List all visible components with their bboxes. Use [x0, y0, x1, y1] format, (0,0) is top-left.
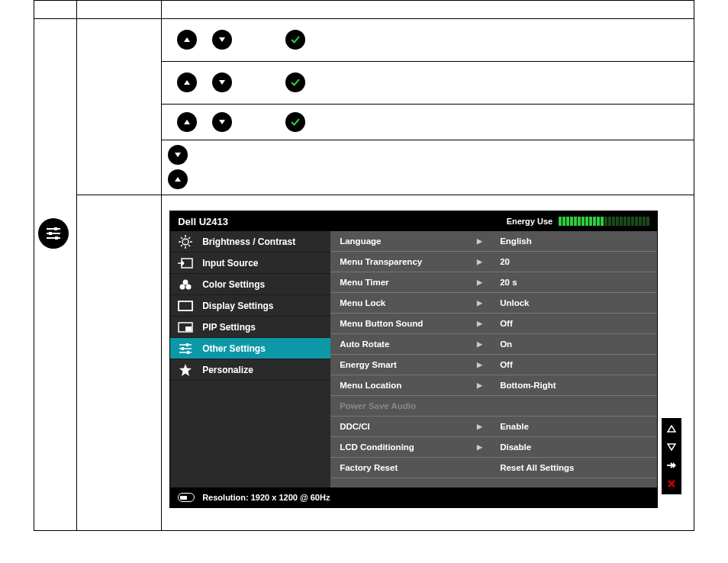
svg-point-11: [180, 284, 185, 289]
setting-row[interactable]: Menu Location▶Bottom-Right: [330, 375, 657, 396]
setting-row[interactable]: Factory ResetReset All Settings: [330, 458, 657, 478]
osd-header: Dell U2413 Energy Use: [170, 211, 657, 231]
submenu-arrow-icon: ▶: [477, 320, 500, 327]
up-button[interactable]: [177, 112, 197, 132]
other-settings-icon: [38, 218, 69, 249]
setting-name: Factory Reset: [340, 463, 477, 472]
energy-bar: [562, 217, 565, 226]
side-enter-button[interactable]: [664, 459, 679, 471]
menu-item-input[interactable]: Input Source: [170, 253, 330, 274]
submenu-arrow-icon: ▶: [477, 381, 500, 389]
other-icon: [178, 343, 193, 355]
energy-bar: [566, 217, 569, 226]
up-button[interactable]: [168, 169, 188, 189]
menu-item-other[interactable]: Other Settings: [170, 338, 330, 359]
svg-line-6: [188, 245, 190, 246]
energy-bar: [574, 217, 577, 226]
setting-value: Off: [500, 319, 648, 328]
setting-value: Reset All Settings: [500, 463, 648, 472]
setting-name: LCD Conditioning: [340, 442, 477, 452]
energy-bar: [597, 217, 600, 226]
star-icon: [178, 364, 193, 376]
display-icon: [178, 300, 193, 312]
resolution-text: Resolution: 1920 x 1200 @ 60Hz: [202, 493, 330, 502]
menu-item-label: Color Settings: [202, 279, 265, 290]
setting-row[interactable]: DDC/CI▶Enable: [330, 417, 657, 437]
energy-bar: [643, 217, 646, 226]
setting-row: Power Save Audio: [330, 396, 657, 417]
energy-bar: [559, 217, 562, 226]
setting-row[interactable]: Menu Button Sound▶Off: [330, 314, 657, 334]
svg-rect-27: [55, 236, 58, 240]
side-down-button[interactable]: [664, 441, 679, 453]
energy-bar: [620, 217, 623, 226]
svg-rect-15: [185, 327, 192, 331]
submenu-arrow-icon: ▶: [477, 443, 500, 451]
setting-name: Menu Timer: [340, 278, 477, 287]
submenu-arrow-icon: ▶: [477, 423, 500, 430]
energy-bar: [593, 217, 596, 226]
setting-row[interactable]: LCD Conditioning▶Disable: [330, 437, 657, 458]
menu-item-label: Personalize: [202, 365, 253, 375]
pip-icon: [178, 321, 193, 333]
confirm-button[interactable]: [285, 112, 305, 132]
setting-value: On: [500, 339, 648, 349]
osd-title: Dell U2413: [178, 216, 228, 227]
setting-row[interactable]: Menu Lock▶Unlock: [330, 293, 657, 314]
osd-settings-list: Language▶EnglishMenu Transparency▶20Menu…: [330, 231, 657, 487]
energy-bar: [612, 217, 615, 226]
svg-rect-21: [187, 351, 189, 354]
osd-main-menu: Brightness / ContrastInput SourceColor S…: [170, 231, 330, 487]
up-button[interactable]: [177, 30, 197, 50]
setting-value: Off: [500, 360, 648, 369]
setting-row[interactable]: Menu Transparency▶20: [330, 252, 657, 272]
setting-name: Power Save Audio: [340, 401, 477, 410]
setting-value: Unlock: [500, 298, 648, 307]
menu-item-color[interactable]: Color Settings: [170, 274, 330, 295]
submenu-arrow-icon: ▶: [477, 237, 500, 245]
setting-row[interactable]: Menu Timer▶20 s: [330, 272, 657, 293]
menu-item-brightness[interactable]: Brightness / Contrast: [170, 231, 330, 253]
osd-footer: Resolution: 1920 x 1200 @ 60Hz: [170, 487, 657, 507]
submenu-arrow-icon: ▶: [477, 258, 500, 265]
energy-use-meter: [559, 217, 649, 226]
menu-item-star[interactable]: Personalize: [170, 359, 330, 381]
setting-value: 20: [500, 257, 648, 266]
setting-value: English: [500, 236, 648, 246]
menu-item-label: Input Source: [202, 258, 258, 269]
down-button[interactable]: [212, 30, 232, 50]
menu-item-label: PIP Settings: [202, 322, 256, 333]
side-close-button[interactable]: [664, 478, 679, 490]
down-button[interactable]: [168, 145, 188, 165]
energy-bar: [639, 217, 642, 226]
svg-rect-25: [49, 232, 52, 235]
energy-bar: [581, 217, 585, 226]
menu-item-label: Other Settings: [202, 343, 266, 354]
energy-bar: [635, 217, 638, 226]
side-up-button[interactable]: [664, 423, 679, 435]
setting-value: Bottom-Right: [500, 381, 648, 390]
osd-panel: Dell U2413 Energy Use Brightness / Contr…: [169, 211, 658, 508]
menu-item-pip[interactable]: PIP Settings: [170, 317, 330, 338]
setting-row[interactable]: Language▶English: [330, 231, 657, 252]
down-button[interactable]: [212, 112, 232, 132]
setting-row[interactable]: Energy Smart▶Off: [330, 355, 657, 375]
menu-item-display[interactable]: Display Settings: [170, 295, 330, 317]
setting-name: Menu Location: [340, 381, 477, 390]
energy-bar: [570, 217, 573, 226]
svg-rect-13: [179, 301, 192, 310]
up-button[interactable]: [177, 72, 197, 92]
setting-row[interactable]: Auto Rotate▶On: [330, 334, 657, 355]
setting-name: Language: [340, 236, 477, 246]
energy-bar: [589, 217, 592, 226]
down-button[interactable]: [212, 72, 232, 92]
setting-name: Menu Lock: [340, 298, 477, 307]
confirm-button[interactable]: [285, 72, 305, 92]
doc-table: Dell U2413 Energy Use Brightness / Contr…: [34, 0, 694, 531]
setting-value: Enable: [500, 422, 648, 431]
confirm-button[interactable]: [285, 30, 305, 50]
setting-name: Energy Smart: [340, 360, 477, 369]
energy-bar: [616, 217, 619, 226]
setting-name: Menu Transparency: [340, 257, 477, 266]
osd-side-controls: [662, 418, 681, 494]
